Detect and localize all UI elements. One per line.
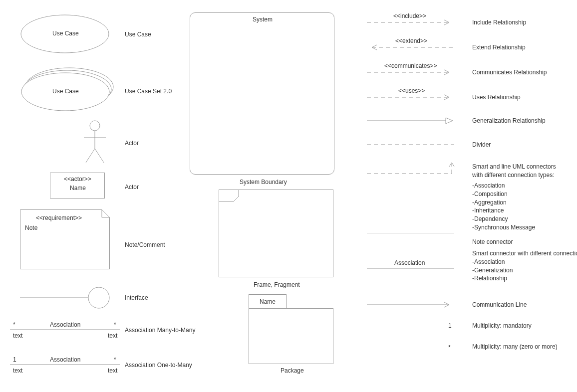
assoc-mm-right-text: text — [108, 332, 117, 339]
smart-connector-shape — [367, 159, 454, 179]
divider-label: Divider — [472, 141, 491, 148]
assoc-mm-left-text: text — [13, 332, 22, 339]
communicates-tag: <<communicates>> — [384, 62, 437, 69]
uses-label: Uses Relationship — [472, 94, 521, 101]
use-case-set-label: Use Case Set 2.0 — [125, 88, 172, 95]
system-title: System — [253, 16, 273, 23]
svg-rect-15 — [219, 190, 333, 277]
assoc-mm-shape — [10, 329, 120, 330]
assoc-mm-left-mult: * — [13, 321, 15, 328]
actor-stick-shape — [80, 120, 110, 165]
assoc-mm-right-mult: * — [114, 321, 116, 328]
generalization-line — [367, 117, 454, 125]
interface-shape — [20, 287, 110, 309]
assoc-om-label: Association One-to-Many — [125, 362, 192, 369]
communication-label: Communication Line — [472, 301, 527, 308]
svg-line-8 — [95, 149, 104, 163]
svg-rect-17 — [249, 309, 333, 364]
interface-label: Interface — [125, 294, 148, 301]
assoc-om-left-text: text — [13, 367, 22, 374]
smart-connector-label: Smart and line UML connectors with diffe… — [472, 163, 567, 180]
actor-box-label: Actor — [125, 184, 139, 191]
actor-stick-label: Actor — [125, 140, 139, 147]
actor-box-name: Name — [70, 185, 86, 192]
mult-mandatory-label: Multiplicity: mandatory — [472, 322, 532, 329]
include-tag: <<include>> — [393, 12, 426, 19]
use-case-text: Use Case — [52, 30, 79, 37]
association-label: Smart connector with different connectio… — [472, 249, 572, 283]
extend-tag: <<extend>> — [395, 37, 427, 44]
assoc-om-right-mult: * — [114, 356, 116, 363]
actor-box-stereo: <<actor>> — [64, 176, 91, 183]
communication-line — [367, 301, 454, 308]
frame-label: Frame, Fragment — [254, 281, 300, 288]
package-name: Name — [260, 298, 276, 305]
divider-line — [367, 144, 454, 146]
system-boundary-shape — [190, 12, 334, 175]
extend-label: Extend Relationship — [472, 44, 526, 51]
use-case-set-text: Use Case — [52, 88, 79, 95]
use-case-label: Use Case — [125, 31, 151, 38]
frame-shape — [219, 190, 333, 277]
generalization-label: Generalization Relationship — [472, 117, 546, 124]
include-line — [367, 19, 454, 26]
smart-connector-items: -Association -Composition -Aggregation -… — [472, 182, 535, 232]
uses-line — [367, 94, 454, 101]
mult-many-label: Multiplicity: many (zero or more) — [472, 343, 558, 350]
note-text: Note — [25, 224, 37, 231]
svg-rect-14 — [190, 13, 334, 175]
note-label: Note/Comment — [125, 241, 165, 248]
extend-line — [367, 44, 454, 51]
svg-point-4 — [90, 121, 100, 131]
uses-tag: <<uses>> — [398, 87, 425, 94]
note-connector-line — [367, 232, 454, 234]
uml-palette-diagram: Use Case Use Case Use Case Use Case Set … — [0, 0, 577, 392]
association-shape — [367, 267, 454, 269]
svg-point-11 — [88, 287, 109, 308]
assoc-om-shape — [10, 364, 120, 365]
assoc-mm-label: Association Many-to-Many — [125, 327, 195, 334]
assoc-mm-top: Association — [50, 321, 80, 328]
association-text: Association — [394, 259, 425, 266]
svg-line-7 — [86, 149, 95, 163]
note-connector-label: Note connector — [472, 238, 513, 245]
package-label: Package — [281, 367, 304, 374]
assoc-om-right-text: text — [108, 367, 117, 374]
mult-mandatory-sym: 1 — [448, 322, 452, 329]
communicates-line — [367, 69, 454, 76]
system-boundary-label: System Boundary — [240, 179, 287, 186]
assoc-om-top: Association — [50, 356, 80, 363]
include-label: Include Relationship — [472, 19, 526, 26]
mult-many-sym: * — [448, 344, 451, 351]
communicates-label: Communicates Relationship — [472, 69, 547, 76]
note-stereo: <<requirement>> — [36, 214, 82, 221]
assoc-om-left-mult: 1 — [13, 356, 16, 363]
